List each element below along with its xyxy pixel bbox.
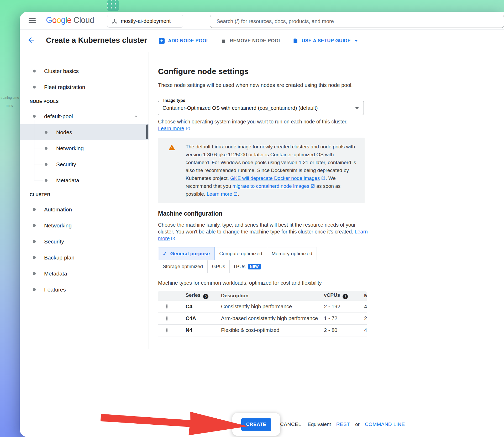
content-title: Configure node settings <box>158 67 504 76</box>
sidebar-item-automation[interactable]: Automation <box>20 201 149 217</box>
tab-label: General purpose <box>170 251 210 257</box>
rest-link[interactable]: REST <box>336 422 350 427</box>
table-row-c3[interactable]: C3 Consistently high performance 4 - 192… <box>158 336 367 337</box>
page-header: Create a Kubernetes cluster + ADD NODE P… <box>20 30 504 52</box>
migrate-containerd-link[interactable]: migrate to containerd node images <box>232 183 315 189</box>
background-app-icon <box>107 0 119 11</box>
table-row-c4[interactable]: C4 Consistently high performance 2 - 192… <box>158 301 367 313</box>
remove-node-pool-button[interactable]: REMOVE NODE POOL <box>221 30 281 52</box>
sidebar-item-label: Security <box>44 238 64 245</box>
external-link-icon <box>311 184 315 188</box>
logo-letter: o <box>56 15 61 25</box>
step-dot-icon <box>33 70 36 72</box>
step-dot-icon <box>33 256 36 259</box>
menu-icon[interactable] <box>29 18 36 24</box>
image-type-value: Container-Optimized OS with containerd (… <box>158 101 364 115</box>
sidebar-item-label: Automation <box>44 206 72 213</box>
tab-label: GPUs <box>212 264 225 269</box>
sidebar-item-label: Nodes <box>56 129 72 136</box>
tab-tpus[interactable]: TPUs NEW <box>229 260 264 273</box>
add-icon: + <box>159 38 165 44</box>
sidebar-item-label: Metadata <box>44 270 67 277</box>
sidebar-item-label: Cluster basics <box>44 68 79 74</box>
tree-connector <box>34 180 43 180</box>
step-dot-icon <box>33 240 36 243</box>
memory-header: M <box>362 291 367 301</box>
project-name: mostly-ai-deployment <box>121 18 171 24</box>
tab-label: Memory optimized <box>271 251 312 257</box>
step-dot-icon <box>45 179 48 182</box>
sidebar-item-features[interactable]: Features <box>20 282 149 298</box>
tab-label: Compute optimized <box>219 251 262 257</box>
machine-family-tabs-row-1: ✓ General purpose Compute optimized Memo… <box>158 247 504 260</box>
step-dot-icon <box>45 147 48 150</box>
vcpus-header: vCPUs? <box>321 291 362 301</box>
machine-family-tabs-row-2: Storage optimized GPUs TPUs NEW <box>158 260 504 273</box>
machine-types-table: Series? Description vCPUs? M C4 Consiste… <box>158 291 367 337</box>
tab-label: TPUs <box>233 264 245 269</box>
back-arrow-icon[interactable] <box>27 36 35 45</box>
table-header-row: Series? Description vCPUs? M <box>158 291 367 301</box>
project-icon <box>112 18 117 24</box>
project-selector[interactable]: mostly-ai-deployment <box>107 15 183 28</box>
sidebar-item-label: Security <box>56 161 76 168</box>
learn-more-link[interactable]: Learn more <box>158 126 190 131</box>
image-type-label: Image type <box>161 98 187 103</box>
create-button[interactable]: CREATE <box>241 418 271 431</box>
setup-guide-button[interactable]: USE A SETUP GUIDE <box>293 30 358 52</box>
helper-text: Choose which operating system image you … <box>158 119 348 124</box>
add-node-pool-label: ADD NODE POOL <box>168 38 209 44</box>
remove-node-pool-label: REMOVE NODE POOL <box>230 38 281 44</box>
check-icon: ✓ <box>163 251 167 257</box>
table-row-c4a[interactable]: C4A Arm-based consistently high performa… <box>158 313 367 324</box>
sidebar-item-backup-plan[interactable]: Backup plan <box>20 249 149 266</box>
sidebar-item-networking[interactable]: Networking <box>20 217 149 233</box>
sidebar-item-cluster-basics[interactable]: Cluster basics <box>20 63 149 79</box>
step-dot-icon <box>45 163 48 166</box>
table-row-n4[interactable]: N4 Flexible & cost-optimized 2 - 80 4 <box>158 324 367 336</box>
radio-button[interactable] <box>166 327 167 333</box>
tab-memory-optimized[interactable]: Memory optimized <box>267 247 317 260</box>
tab-storage-optimized[interactable]: Storage optimized <box>158 260 208 273</box>
tree-connector <box>34 120 34 180</box>
chevron-up-icon[interactable] <box>133 113 139 121</box>
machine-types-caption: Machine types for common workloads, opti… <box>158 280 504 286</box>
radio-button[interactable] <box>166 316 167 321</box>
annotation-arrow <box>100 403 252 437</box>
tab-compute-optimized[interactable]: Compute optimized <box>214 247 267 260</box>
description-header: Description <box>215 291 321 301</box>
help-icon[interactable]: ? <box>343 294 348 299</box>
link-label: GKE will deprecate Docker node images <box>230 175 320 181</box>
search-input[interactable] <box>210 15 504 28</box>
image-type-select[interactable]: Image type Container-Optimized OS with c… <box>158 101 364 115</box>
sidebar-item-security[interactable]: Security <box>20 233 149 249</box>
help-icon[interactable]: ? <box>203 294 208 299</box>
external-link-icon <box>186 126 190 131</box>
wizard-nav: Cluster basics Fleet registration NODE P… <box>20 52 149 349</box>
equivalent-links: Equivalent REST or COMMAND LINE <box>308 422 405 427</box>
console-window: GoogleCloud mostly-ai-deployment Create … <box>20 12 504 437</box>
sidebar-scrollbar[interactable] <box>146 124 148 139</box>
command-line-link[interactable]: COMMAND LINE <box>365 422 405 427</box>
warning-segment: . <box>238 191 239 197</box>
tab-gpus[interactable]: GPUs <box>207 260 230 273</box>
tree-connector <box>34 148 43 148</box>
add-node-pool-button[interactable]: + ADD NODE POOL <box>159 30 209 52</box>
background-faint-label: training time <box>1 96 19 100</box>
google-cloud-logo[interactable]: GoogleCloud <box>46 15 94 25</box>
sidebar-item-label: Metadata <box>56 177 79 184</box>
tab-general-purpose[interactable]: ✓ General purpose <box>158 247 214 260</box>
radio-button[interactable] <box>166 304 167 309</box>
sidebar-item-fleet-registration[interactable]: Fleet registration <box>20 79 149 95</box>
learn-more-label: Learn more <box>207 191 232 197</box>
sidebar-item-default-pool[interactable]: default-pool <box>20 108 149 124</box>
external-link-icon <box>171 236 175 241</box>
sidebar-item-label: default-pool <box>44 113 73 119</box>
or-label: or <box>355 422 360 427</box>
gke-deprecate-link[interactable]: GKE will deprecate Docker node images <box>230 175 326 181</box>
cancel-button[interactable]: CANCEL <box>280 422 301 427</box>
sidebar-item-metadata[interactable]: Metadata <box>20 266 149 282</box>
learn-more-link[interactable]: Learn more <box>207 191 238 197</box>
logo-cloud-text: Cloud <box>74 15 94 25</box>
description-text: Choose the machine family, type, and ser… <box>158 222 356 235</box>
